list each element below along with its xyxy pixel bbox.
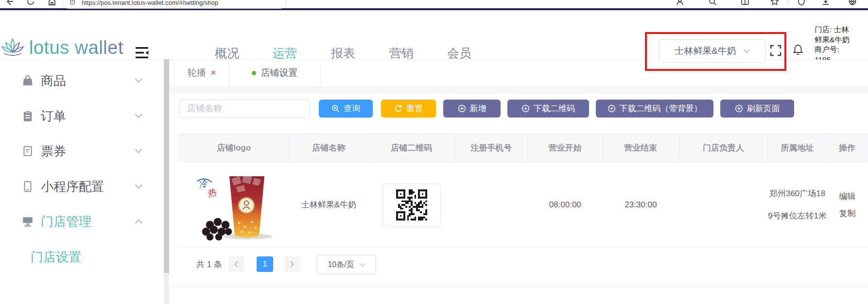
nav-item-members[interactable]: 会员	[445, 45, 474, 61]
table-row: 冷 热 士林鲜果&牛奶	[178, 162, 868, 248]
scrollbar-thumb[interactable]	[164, 59, 169, 273]
edit-link[interactable]: 编辑	[839, 191, 856, 202]
reset-button[interactable]: 重置	[381, 100, 436, 118]
bell-icon[interactable]	[792, 44, 804, 55]
sidebar-item-tickets[interactable]: 票券	[0, 138, 164, 164]
back-icon[interactable]	[5, 0, 14, 6]
col-phone: 注册手机号	[455, 134, 528, 162]
extension-icon[interactable]	[797, 0, 806, 6]
url-text[interactable]: https://pos.tenant.lotus-wallet.com/#/se…	[82, 0, 218, 6]
tab-store-settings[interactable]: 店铺设置	[228, 60, 321, 86]
store-select-value: 士林鲜果&牛奶	[675, 45, 736, 57]
download-qr-button[interactable]: 下载二维码	[507, 100, 589, 118]
sidebar-item-orders[interactable]: 订单	[0, 103, 164, 129]
col-close-time: 营业结束	[603, 134, 679, 162]
sidebar-item-store-settings[interactable]: 门店设置	[0, 244, 164, 270]
plus-circle-icon	[458, 104, 466, 113]
chevron-down-icon	[743, 49, 750, 53]
menu-fold-icon[interactable]	[135, 46, 149, 59]
page-size-select[interactable]: 10条/页	[317, 255, 376, 274]
copy-link[interactable]: 复制	[839, 208, 856, 219]
plus-circle-icon	[735, 104, 743, 113]
favorites-star-icon[interactable]	[770, 0, 779, 6]
plus-circle-icon	[521, 104, 530, 113]
sidebar: 商品 订单 票券 小程序配置 门店管理 门店设置	[0, 60, 164, 304]
chevron-down-icon	[359, 263, 365, 267]
chevron-down-icon	[135, 78, 142, 83]
nav-item-marketing[interactable]: 营销	[387, 45, 416, 61]
download-qr-bg-button[interactable]: 下载二维码（带背景）	[596, 100, 713, 118]
brand: lotus wallet	[1, 37, 123, 58]
pagination-total: 共 1 条	[196, 259, 222, 270]
open-time: 08:00:00	[549, 200, 581, 210]
pos-terminal-icon	[21, 215, 34, 228]
phone-icon	[21, 180, 34, 193]
table-header: 店铺logo 店铺名称 店铺二维码 注册手机号 营业开始 营业结束 门店负责人 …	[178, 134, 868, 162]
col-open-time: 营业开始	[528, 134, 602, 162]
chevron-left-icon	[234, 261, 239, 268]
split-screen-icon[interactable]	[741, 0, 749, 6]
chevron-up-icon	[135, 219, 142, 224]
close-time: 23:30:00	[625, 200, 657, 210]
plus-circle-icon	[608, 104, 616, 113]
query-button[interactable]: 查询	[319, 100, 373, 118]
shop-logo-cell: 冷 热	[178, 162, 289, 247]
page-security-icon[interactable]	[69, 0, 76, 6]
next-page-button[interactable]	[284, 256, 300, 272]
magnifier-icon[interactable]	[708, 0, 717, 6]
bag-icon	[21, 74, 34, 87]
refresh-page-button[interactable]: 刷新页面	[720, 100, 794, 118]
col-address: 所属地址	[768, 134, 827, 162]
store-info: 门店: 士林 鲜果&牛奶 商户号: 1195	[815, 25, 867, 65]
close-icon[interactable]: ×	[211, 68, 216, 78]
nav-item-reports[interactable]: 报表	[329, 45, 358, 61]
store-info-line: 鲜果&牛奶	[815, 35, 867, 45]
chevron-down-icon	[135, 184, 142, 189]
qr-code-box	[382, 184, 441, 226]
row-actions: 编辑 复制	[839, 191, 856, 219]
prev-page-button[interactable]	[228, 256, 244, 272]
zoom-in-icon	[331, 104, 340, 113]
profile-icon[interactable]	[676, 0, 684, 6]
shop-table: 店铺logo 店铺名称 店铺二维码 注册手机号 营业开始 营业结束 门店负责人 …	[178, 134, 868, 248]
add-button[interactable]: 新增	[443, 100, 501, 118]
col-shop-name: 店铺名称	[289, 134, 368, 162]
ticket-icon	[21, 145, 34, 157]
col-shop-qr: 店铺二维码	[368, 134, 455, 162]
browser-settings-icon[interactable]	[848, 0, 857, 6]
store-info-line: 商户号:	[815, 45, 867, 55]
content-gap	[169, 86, 868, 94]
tab-carousel[interactable]: 轮播 ×	[174, 60, 229, 86]
fullscreen-icon[interactable]	[770, 45, 781, 56]
shop-qr-cell	[368, 162, 455, 247]
store-info-line: 门店: 士林	[815, 25, 867, 35]
shop-logo-image: 冷 热	[183, 169, 285, 241]
shop-name: 士林鲜果&牛奶	[301, 199, 356, 210]
col-actions: 操作	[827, 134, 868, 162]
nav-item-operations[interactable]: 运营	[270, 45, 299, 61]
store-select[interactable]: 士林鲜果&牛奶	[659, 39, 766, 63]
col-shop-logo: 店铺logo	[178, 134, 289, 162]
home-icon[interactable]	[48, 0, 56, 6]
refresh-icon	[394, 104, 402, 113]
app-window: https://pos.tenant.lotus-wallet.com/#/se…	[0, 0, 868, 304]
sidebar-item-store-management[interactable]: 门店管理	[0, 209, 164, 234]
brand-wordmark: lotus wallet	[29, 37, 123, 58]
current-page-button[interactable]: 1	[257, 256, 273, 272]
scrollbar-track[interactable]	[164, 59, 169, 304]
chevron-down-icon	[135, 114, 142, 118]
shop-name-input[interactable]	[179, 100, 310, 118]
chevron-right-icon	[290, 261, 295, 268]
app-header: lotus wallet 概况 运营 报表 营销 会员 士林鲜果&牛奶 门店: …	[0, 10, 868, 60]
browser-toolbar: https://pos.tenant.lotus-wallet.com/#/se…	[0, 0, 868, 10]
nav-item-overview[interactable]: 概况	[212, 45, 242, 61]
clipboard-icon	[21, 110, 34, 122]
download-icon[interactable]	[821, 0, 830, 6]
refresh-page-icon[interactable]	[26, 0, 35, 6]
sidebar-item-products[interactable]: 商品	[0, 68, 164, 93]
qr-code-image	[396, 189, 427, 220]
chevron-down-icon	[135, 149, 142, 153]
col-manager: 门店负责人	[679, 134, 768, 162]
toolbar-divider	[788, 0, 789, 5]
sidebar-item-miniprogram-config[interactable]: 小程序配置	[0, 174, 164, 199]
